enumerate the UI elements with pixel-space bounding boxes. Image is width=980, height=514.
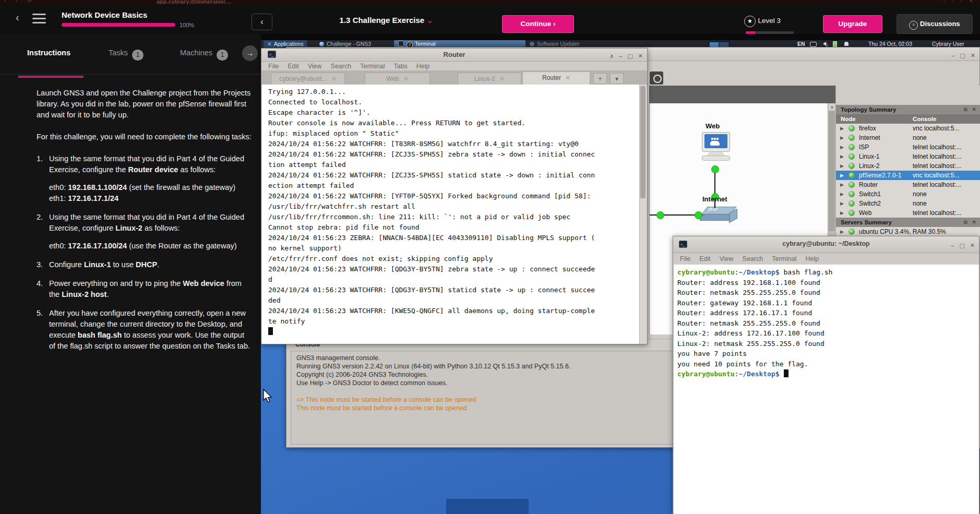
tab-list-chevron-button[interactable]: ▾ [610, 73, 624, 84]
node-status-icon [848, 191, 855, 197]
server-row[interactable]: ▶ ubuntu CPU 3.4%, RAM 30.5% [836, 227, 980, 236]
terminal-line: cybrary@ubuntu:~/Desktop$ [677, 369, 979, 379]
shade-icon[interactable]: ∧ [609, 53, 614, 59]
terminal-output[interactable]: cybrary@ubuntu:~/Desktop$ bash flag.shRo… [674, 265, 979, 514]
close-panel-icon[interactable]: ✕ [972, 218, 976, 227]
menu-item-terminal[interactable]: Terminal [360, 63, 385, 70]
maximize-icon[interactable]: ▢ [627, 53, 632, 59]
topology-row-router[interactable]: ▶ Routertelnet localhost:... [836, 180, 980, 189]
address-bar[interactable]: app.cybrary.it/immersive/… [157, 0, 231, 4]
expand-chevron-icon[interactable]: ▶ [840, 133, 844, 142]
router-window-controls[interactable]: ∧–▢✕ [604, 51, 643, 60]
scroll-up-icon[interactable]: ▲ [828, 103, 836, 110]
expand-chevron-icon[interactable]: ▶ [840, 124, 844, 133]
close-tab-icon[interactable]: ✕ [331, 75, 337, 82]
minimize-icon[interactable]: – [619, 53, 622, 59]
maximize-icon[interactable]: ▢ [960, 52, 965, 58]
menu-item-view[interactable]: View [720, 255, 734, 262]
minimize-icon[interactable]: – [951, 242, 954, 248]
new-tab-button[interactable]: + [593, 73, 607, 84]
expand-chevron-icon[interactable]: ▶ [840, 142, 844, 152]
web-node-icon[interactable] [702, 132, 730, 152]
browser-window-icons[interactable]: ▫ ▫ ▫ ✕ [943, 0, 976, 4]
terminal-tab-router[interactable]: Router✕ [522, 71, 590, 85]
close-panel-icon[interactable]: ✕ [972, 105, 976, 114]
router-titlebar[interactable]: >_ Router ∧–▢✕ [261, 49, 647, 62]
menu-item-view[interactable]: View [308, 63, 322, 70]
router-scrollbar[interactable] [639, 85, 647, 344]
topology-summary-header[interactable]: Topology Summary ⧉ ✕ [836, 105, 980, 114]
terminal-tab-cybrary-ubunt-[interactable]: cybrary@ubunt...✕ [271, 73, 345, 85]
sidebar-tabs: Instructions Tasks1 Machines1 → [0, 39, 261, 75]
minimize-icon[interactable]: – [951, 52, 954, 58]
menu-item-file[interactable]: File [680, 255, 690, 262]
discussion-icon: ≡ [909, 21, 918, 30]
upgrade-button[interactable]: Upgrade [823, 15, 882, 33]
lesson-title-group[interactable]: 1.3 Challenge Exercise ⌄ [313, 16, 459, 25]
continue-button[interactable]: Continue › [502, 15, 574, 33]
camera-lens-icon [653, 75, 662, 83]
instruction-item: 3.Configure Linux-1 to use DHCP. [37, 259, 252, 270]
tabs-next-arrow-button[interactable]: → [242, 45, 258, 61]
topology-row-internet[interactable]: ▶ Internetnone [836, 133, 980, 142]
menu-item-terminal[interactable]: Terminal [772, 255, 796, 262]
menu-item-search[interactable]: Search [743, 255, 763, 262]
terminal-window-controls[interactable]: –▢✕ [946, 240, 975, 249]
topology-row-firefox[interactable]: ▶ firefoxvnc localhost:5... [836, 124, 980, 133]
terminal-line: 2024/10/24 01:56:23 WATCHFRR: [QDG3Y-BY5… [268, 264, 641, 274]
topology-row-switch1[interactable]: ▶ Switch1none [836, 189, 980, 199]
menu-icon[interactable] [32, 11, 46, 26]
router-terminal-output[interactable]: Trying 127.0.0.1...Connected to localhos… [262, 85, 641, 344]
router-menubar[interactable]: FileEditViewSearchTerminalTabsHelp [268, 63, 654, 70]
star-icon: ★ [744, 16, 756, 27]
menu-item-help[interactable]: Help [416, 63, 430, 70]
close-icon[interactable]: ✕ [638, 53, 643, 59]
screenshot-camera-button[interactable] [650, 71, 663, 85]
tab-tasks[interactable]: Tasks1 [109, 49, 144, 61]
float-panel-icon[interactable]: ⧉ [964, 218, 967, 227]
menu-item-tabs[interactable]: Tabs [393, 63, 407, 70]
menu-item-file[interactable]: File [268, 63, 279, 70]
browser-nav-icons[interactable]: ‹ › ⟳ [4, 0, 36, 4]
browser-chrome-strip: ‹ › ⟳ app.cybrary.it/immersive/… ▫ ▫ ▫ ✕ [0, 0, 980, 4]
servers-summary-header[interactable]: Servers Summary ⧉ ✕ [836, 218, 980, 227]
maximize-icon[interactable]: ▢ [959, 242, 964, 248]
menu-item-edit[interactable]: Edit [699, 255, 711, 262]
expand-chevron-icon[interactable]: ▶ [840, 180, 844, 189]
topology-row-linux-2[interactable]: ▶ Linux-2telnet localhost:... [836, 161, 980, 171]
topology-row-web[interactable]: ▶ Webtelnet localhost:... [836, 208, 980, 218]
expand-chevron-icon[interactable]: ▶ [840, 171, 844, 180]
node-status-icon [848, 135, 855, 141]
tasks-badge: 1 [132, 50, 144, 61]
topology-row-pfsense2.7.0-1[interactable]: ▶ pfSense2.7.0-1vnc localhost:5... [836, 171, 980, 180]
gns3-window-controls[interactable]: –▢✕ [946, 50, 975, 59]
lesson-back-button[interactable]: ‹ [252, 14, 272, 30]
expand-chevron-icon[interactable]: ▶ [840, 227, 844, 236]
menu-item-help[interactable]: Help [805, 255, 819, 262]
expand-chevron-icon[interactable]: ▶ [840, 189, 844, 199]
expand-chevron-icon[interactable]: ▶ [840, 152, 844, 161]
close-tab-icon[interactable]: ✕ [499, 75, 505, 82]
float-panel-icon[interactable]: ⧉ [964, 105, 967, 114]
expand-chevron-icon[interactable]: ▶ [840, 161, 844, 171]
menu-item-search[interactable]: Search [331, 63, 352, 70]
terminal-titlebar[interactable]: >_ cybrary@ubuntu: ~/Desktop –▢✕ [673, 236, 979, 253]
tab-instructions[interactable]: Instructions [27, 49, 70, 57]
topology-row-linux-1[interactable]: ▶ Linux-1telnet localhost:... [836, 152, 980, 161]
router-terminal-window: >_ Router ∧–▢✕ FileEditViewSearchTermina… [261, 48, 648, 344]
close-tab-icon[interactable]: ✕ [565, 74, 570, 81]
topology-row-switch2[interactable]: ▶ Switch2none [836, 199, 980, 208]
topology-row-isp[interactable]: ▶ ISPtelnet localhost:... [836, 142, 980, 152]
close-icon[interactable]: ✕ [971, 52, 975, 58]
menu-item-edit[interactable]: Edit [288, 63, 299, 70]
expand-chevron-icon[interactable]: ▶ [840, 208, 844, 218]
terminal-line: 2024/10/24 01:56:22 WATCHFRR: [YFT0P-5Q5… [268, 191, 641, 201]
terminal-menubar[interactable]: FileEditViewSearchTerminalHelp [680, 255, 980, 262]
close-tab-icon[interactable]: ✕ [403, 75, 409, 82]
terminal-tab-linux-2[interactable]: Linux-2✕ [458, 73, 521, 85]
terminal-tab-web[interactable]: Web✕ [365, 73, 430, 85]
close-icon[interactable]: ✕ [970, 242, 975, 248]
back-chevron-icon[interactable]: ‹ [16, 11, 19, 23]
discussions-button[interactable]: ≡ Discussions [897, 14, 973, 34]
expand-chevron-icon[interactable]: ▶ [840, 199, 844, 208]
